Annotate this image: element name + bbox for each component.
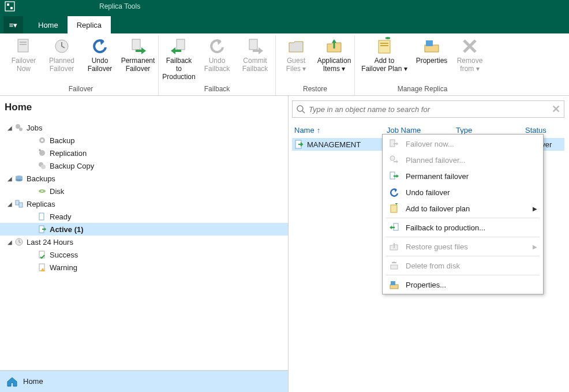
search-box: ✕ bbox=[292, 100, 564, 118]
nav-footer-home[interactable]: Home bbox=[0, 370, 288, 392]
ribbon-group-title: Failback bbox=[204, 84, 230, 95]
tree-node[interactable]: ◢Last 24 Hours bbox=[0, 236, 288, 248]
tree-node[interactable]: Success bbox=[0, 248, 288, 261]
tab-home[interactable]: Home bbox=[29, 16, 68, 33]
content-area: Home ◢JobsBackupReplicationBackup Copy◢B… bbox=[0, 96, 569, 392]
ribbon-icon bbox=[325, 37, 343, 55]
context-menu-item: Failover now... bbox=[383, 136, 543, 152]
ribbon-button: PlannedFailover bbox=[45, 36, 78, 84]
tree-expander-icon[interactable]: ◢ bbox=[6, 176, 14, 182]
tree-label: Backups bbox=[27, 174, 55, 183]
ribbon-button[interactable]: Add toFailover Plan ▾ bbox=[358, 36, 410, 84]
vm-icon bbox=[294, 140, 304, 149]
tree-node[interactable]: ◢Jobs bbox=[0, 121, 288, 134]
column-header-name[interactable]: Name ↑ bbox=[294, 126, 387, 135]
ribbon-group: Failback toProductionUndoFailbackCommitF… bbox=[159, 36, 276, 95]
svg-rect-1 bbox=[7, 3, 9, 6]
svg-point-24 bbox=[16, 179, 23, 181]
app-menu-button[interactable]: ≡▾ bbox=[3, 16, 23, 33]
ribbon-group-title: Restore bbox=[303, 84, 327, 95]
column-header-type[interactable]: Type bbox=[456, 126, 525, 135]
ribbon-button: FailoverNow bbox=[7, 36, 40, 84]
tree-node[interactable]: Replication bbox=[0, 147, 288, 159]
doc-check-icon bbox=[37, 249, 47, 260]
tree-label: Backup Copy bbox=[50, 162, 94, 170]
gear-copy-icon bbox=[37, 160, 47, 171]
svg-point-38 bbox=[390, 156, 395, 160]
tree-label: Backup bbox=[50, 136, 74, 145]
ribbon-label: UndoFailback bbox=[204, 57, 230, 73]
arrow-right-icon bbox=[388, 138, 400, 150]
context-menu-separator bbox=[386, 275, 540, 275]
context-menu-label: Delete from disk bbox=[406, 262, 460, 270]
hamburger-icon: ≡▾ bbox=[9, 21, 18, 29]
tree-node[interactable]: Backup bbox=[0, 134, 288, 147]
ribbon-label: PermanentFailover bbox=[121, 57, 155, 73]
tree-node[interactable]: ◢Backups bbox=[0, 172, 288, 185]
svg-rect-0 bbox=[5, 2, 14, 11]
context-menu-item[interactable]: Undo failover bbox=[383, 184, 543, 200]
svg-rect-3 bbox=[18, 39, 28, 52]
svg-rect-10 bbox=[379, 40, 390, 53]
context-menu-item[interactable]: Add to failover plan▶ bbox=[383, 200, 543, 216]
gear-swap-icon bbox=[37, 148, 47, 158]
ribbon-button[interactable]: Failback toProduction bbox=[162, 36, 196, 84]
search-input[interactable] bbox=[309, 105, 548, 114]
tree-expander-icon[interactable]: ◢ bbox=[6, 239, 14, 245]
context-menu-separator bbox=[386, 218, 540, 218]
tab-row: ≡▾ Home Replica bbox=[0, 13, 569, 33]
column-header-job[interactable]: Job Name bbox=[387, 126, 456, 135]
ribbon-label: CommitFailback bbox=[242, 57, 268, 73]
svg-point-15 bbox=[16, 124, 20, 129]
ribbon-button[interactable]: PermanentFailover bbox=[121, 36, 155, 84]
ribbon-icon bbox=[375, 37, 394, 55]
tree-node[interactable]: Disk bbox=[0, 185, 288, 197]
ribbon-icon bbox=[14, 37, 33, 55]
svg-rect-7 bbox=[132, 39, 140, 50]
tree-node[interactable]: ◢Replicas bbox=[0, 197, 288, 210]
ribbon-button[interactable]: Properties bbox=[415, 36, 448, 84]
tree-node[interactable]: Warning bbox=[0, 261, 288, 274]
context-menu: Failover now...Planned failover...Perman… bbox=[382, 134, 544, 294]
tree-label: Disk bbox=[50, 187, 64, 196]
ribbon-icon bbox=[91, 37, 109, 55]
context-menu-item[interactable]: Permanent failover bbox=[383, 168, 543, 184]
tree-node[interactable]: Active (1) bbox=[0, 223, 288, 236]
plan-icon bbox=[388, 203, 400, 214]
main-panel: ✕ Name ↑ Job Name Type Status MANAGEMENT… bbox=[289, 96, 569, 392]
context-menu-item: Planned failover... bbox=[383, 152, 543, 168]
svg-point-34 bbox=[297, 106, 303, 111]
context-tab-label: Replica Tools bbox=[91, 2, 148, 10]
tree-label: Success bbox=[50, 251, 78, 259]
svg-rect-2 bbox=[10, 7, 13, 9]
app-logo-icon bbox=[3, 0, 16, 13]
context-menu-label: Failover now... bbox=[406, 140, 454, 148]
column-header-status[interactable]: Status bbox=[525, 126, 562, 135]
nav-tree: ◢JobsBackupReplicationBackup Copy◢Backup… bbox=[0, 119, 288, 370]
ribbon-group-title: Failover bbox=[69, 84, 93, 95]
tree-label: Jobs bbox=[27, 124, 42, 132]
svg-rect-9 bbox=[249, 39, 257, 50]
ribbon-button[interactable]: ApplicationItems ▾ bbox=[317, 36, 351, 84]
ribbon-label: Failback toProduction bbox=[162, 57, 196, 81]
tree-label: Ready bbox=[50, 212, 72, 221]
row-name: MANAGEMENT bbox=[307, 140, 361, 149]
gears-icon bbox=[14, 122, 24, 133]
clock-icon bbox=[14, 237, 24, 247]
context-menu-item[interactable]: Failback to production... bbox=[383, 219, 543, 236]
ribbon-group: Add toFailover Plan ▾PropertiesRemovefro… bbox=[355, 36, 490, 95]
home-icon bbox=[6, 375, 18, 388]
ribbon-label: Removefrom ▾ bbox=[457, 57, 483, 73]
context-menu-item[interactable]: Properties... bbox=[383, 277, 543, 293]
ribbon-button: GuestFiles ▾ bbox=[279, 36, 313, 84]
clear-search-button[interactable]: ✕ bbox=[552, 103, 560, 115]
tree-node[interactable]: Backup Copy bbox=[0, 159, 288, 172]
tree-node[interactable]: Ready bbox=[0, 210, 288, 223]
tree-label: Replication bbox=[50, 149, 87, 158]
context-menu-label: Properties... bbox=[406, 281, 446, 289]
tree-expander-icon[interactable]: ◢ bbox=[6, 125, 14, 131]
tree-expander-icon[interactable]: ◢ bbox=[6, 201, 14, 207]
tab-replica[interactable]: Replica bbox=[68, 16, 111, 33]
ribbon-button[interactable]: UndoFailover bbox=[83, 36, 117, 84]
ribbon-label: GuestFiles ▾ bbox=[286, 57, 306, 73]
